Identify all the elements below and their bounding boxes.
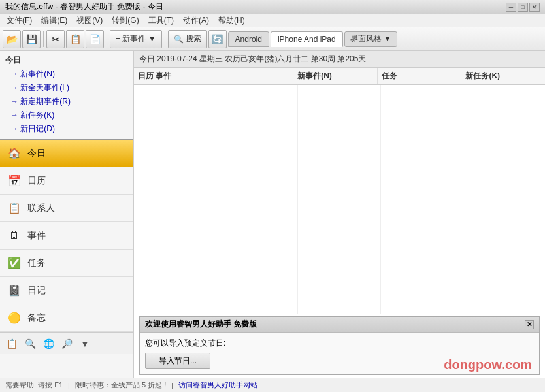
sidebar-item-memo[interactable]: 🟡 备忘 <box>0 304 133 332</box>
toolbar-btn-5[interactable]: 📄 <box>86 30 104 48</box>
content-area: 今日 2019-07-24 星期三 农历己亥年(猪)六月廿二 第30周 第205… <box>134 51 545 378</box>
menu-bar: 文件(F) 编辑(E) 视图(V) 转到(G) 工具(T) 动作(A) 帮助(H… <box>0 14 545 27</box>
calendar-grid-header: 日历 事件 新事件(N) 任务 新任务(K) <box>134 68 545 85</box>
status-help: 需要帮助: 请按 F1 <box>5 380 63 390</box>
cal-col-events <box>134 85 298 314</box>
toolbar-btn-1[interactable]: 📂 <box>3 30 21 48</box>
sidebar-new-task[interactable]: → 新任务(K) <box>0 108 133 122</box>
title-bar: 我的信息.effw - 睿智男人好助手 免费版 - 今日 ─ □ ✕ <box>0 0 545 14</box>
sidebar-diary-label: 日记 <box>27 285 46 297</box>
tasks-icon: ✅ <box>7 255 22 271</box>
sidebar-item-diary[interactable]: 📓 日记 <box>0 277 133 304</box>
menu-view[interactable]: 视图(V) <box>73 14 107 27</box>
style-tab[interactable]: 界面风格 ▼ <box>344 31 397 47</box>
sync-icon[interactable]: 🔄 <box>208 30 227 48</box>
content-header: 今日 2019-07-24 星期三 农历己亥年(猪)六月廿二 第30周 第205… <box>134 51 545 68</box>
grid-col-newtask[interactable]: 新任务(K) <box>461 68 545 84</box>
sidebar-item-calendar[interactable]: 📅 日历 <box>0 167 133 195</box>
sidebar-item-today[interactable]: 🏠 今日 <box>0 140 133 167</box>
contacts-icon: 📋 <box>7 201 22 216</box>
content-main: 日历 事件 新事件(N) 任务 新任务(K) 欢迎使用睿智男人好助手 免费版 ✕ <box>134 68 545 378</box>
toolbar: 📂 💾 ✂ 📋 📄 + 新事件 ▼ 🔍 搜索 🔄 Android iPhone … <box>0 27 545 51</box>
search-icon: 🔍 <box>174 35 184 44</box>
sidebar-bottom: 📋 🔍 🌐 🔎 ▼ <box>0 332 133 354</box>
bottom-find-btn[interactable]: 🔎 <box>59 336 74 351</box>
status-separator-2: | <box>171 382 173 389</box>
grid-col-task: 任务 <box>378 68 462 84</box>
welcome-title-bar: 欢迎使用睿智男人好助手 免费版 ✕ <box>140 317 539 333</box>
toolbar-btn-2[interactable]: 💾 <box>22 30 41 48</box>
status-bar: 需要帮助: 请按 F1 | 限时特惠：全线产品 5 折起 ! | 访问睿智男人好… <box>0 378 545 392</box>
welcome-title-text: 欢迎使用睿智男人好助手 免费版 <box>145 319 257 330</box>
memo-icon: 🟡 <box>7 310 22 326</box>
minimize-button[interactable]: ─ <box>506 3 516 12</box>
menu-file[interactable]: 文件(F) <box>3 14 36 27</box>
calendar-icon: 📅 <box>7 173 22 189</box>
bottom-search-btn[interactable]: 🔍 <box>22 336 38 351</box>
welcome-close-button[interactable]: ✕ <box>525 320 534 329</box>
sidebar-today-label: 今日 <box>27 148 46 159</box>
sidebar-item-tasks[interactable]: ✅ 任务 <box>0 250 133 277</box>
import-holidays-button[interactable]: 导入节日... <box>145 353 210 369</box>
sidebar-new-event[interactable]: → 新事件(N) <box>0 67 133 81</box>
cal-col-tasks <box>381 85 463 314</box>
menu-goto[interactable]: 转到(G) <box>108 14 142 27</box>
sidebar-item-events[interactable]: 🗓 事件 <box>0 222 133 250</box>
sidebar-today-section: 今日 → 新事件(N) → 新全天事件(L) → 新定期事件(R) → 新任务(… <box>0 51 133 140</box>
welcome-body-text: 您可以导入预定义节日: <box>145 338 534 349</box>
android-tab[interactable]: Android <box>228 31 269 47</box>
new-event-button[interactable]: + 新事件 ▼ <box>110 30 162 48</box>
toolbar-btn-3[interactable]: ✂ <box>46 30 65 48</box>
search-button[interactable]: 🔍 搜索 <box>168 30 207 48</box>
sidebar-tasks-label: 任务 <box>27 257 46 269</box>
main-area: 今日 → 新事件(N) → 新全天事件(L) → 新定期事件(R) → 新任务(… <box>0 51 545 378</box>
bottom-more-btn[interactable]: ▼ <box>77 336 93 351</box>
status-link[interactable]: 访问睿智男人好助手网站 <box>178 380 257 390</box>
bottom-globe-btn[interactable]: 🌐 <box>41 336 56 351</box>
status-promo: 限时特惠：全线产品 5 折起 ! <box>75 380 166 390</box>
separator-2 <box>107 31 107 47</box>
grid-col-event: 日历 事件 <box>134 68 293 84</box>
sidebar-memo-label: 备忘 <box>27 312 46 324</box>
sidebar: 今日 → 新事件(N) → 新全天事件(L) → 新定期事件(R) → 新任务(… <box>0 51 134 378</box>
diary-icon: 📓 <box>7 283 22 299</box>
menu-tools[interactable]: 工具(T) <box>144 14 178 27</box>
cal-col-new-events <box>298 85 380 314</box>
events-icon: 🗓 <box>7 228 22 244</box>
sidebar-new-allday[interactable]: → 新全天事件(L) <box>0 81 133 95</box>
toolbar-btn-4[interactable]: 📋 <box>66 30 84 48</box>
grid-col-newevent[interactable]: 新事件(N) <box>293 68 378 84</box>
cal-col-new-tasks <box>463 85 545 314</box>
close-button[interactable]: ✕ <box>529 3 540 12</box>
bottom-copy-btn[interactable]: 📋 <box>4 336 20 351</box>
sidebar-new-recurring[interactable]: → 新定期事件(R) <box>0 95 133 108</box>
separator-1 <box>43 31 44 47</box>
sidebar-new-diary[interactable]: → 新日记(D) <box>0 122 133 136</box>
menu-action[interactable]: 动作(A) <box>179 14 213 27</box>
sidebar-contacts-label: 联系人 <box>27 203 55 214</box>
maximize-button[interactable]: □ <box>518 3 528 12</box>
menu-help[interactable]: 帮助(H) <box>214 14 249 27</box>
iphone-ipad-tab[interactable]: iPhone And iPad <box>271 31 343 47</box>
sidebar-today-title: 今日 <box>0 54 133 67</box>
sidebar-calendar-label: 日历 <box>27 175 46 187</box>
sidebar-item-contacts[interactable]: 📋 联系人 <box>0 195 133 222</box>
sidebar-scroll-area: 🏠 今日 📅 日历 📋 联系人 🗓 事件 ✅ 任务 <box>0 140 133 332</box>
today-icon: 🏠 <box>7 146 22 161</box>
separator-3 <box>165 31 165 47</box>
title-text: 我的信息.effw - 睿智男人好助手 免费版 - 今日 <box>5 1 163 12</box>
title-controls: ─ □ ✕ <box>506 3 540 12</box>
sidebar-events-label: 事件 <box>27 230 46 242</box>
welcome-panel: 欢迎使用睿智男人好助手 免费版 ✕ 您可以导入预定义节日: 导入节日... <box>139 316 540 375</box>
content-header-text: 今日 2019-07-24 星期三 农历己亥年(猪)六月廿二 第30周 第205… <box>139 54 366 63</box>
welcome-body: 您可以导入预定义节日: 导入节日... <box>140 333 539 374</box>
sidebar-nav: 🏠 今日 📅 日历 📋 联系人 🗓 事件 ✅ 任务 <box>0 140 133 332</box>
status-separator-1: | <box>68 382 70 389</box>
calendar-body <box>134 85 545 314</box>
menu-edit[interactable]: 编辑(E) <box>37 14 71 27</box>
